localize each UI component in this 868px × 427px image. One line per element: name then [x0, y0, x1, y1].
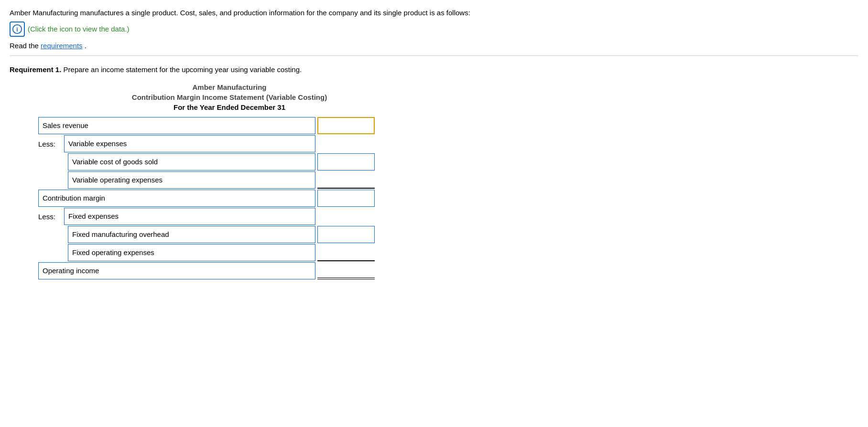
requirement-label: Requirement 1. — [10, 65, 61, 74]
less1-label: Less: — [38, 139, 64, 148]
fixed-mfg-label: Fixed manufacturing overhead — [68, 226, 315, 243]
variable-cogs-row: Variable cost of goods sold — [38, 153, 421, 171]
contribution-margin-amount-cell — [317, 190, 375, 207]
sales-revenue-label: Sales revenue — [38, 117, 315, 134]
icon-label-text[interactable]: (Click the icon to view the data.) — [28, 25, 130, 33]
fixed-operating-input[interactable] — [317, 244, 375, 261]
requirement-description: Prepare an income statement for the upco… — [64, 65, 302, 74]
fixed-mfg-input[interactable] — [317, 226, 375, 243]
fixed-operating-amount-cell — [317, 244, 375, 261]
intro-text: Amber Manufacturing manufactures a singl… — [10, 8, 858, 19]
variable-cogs-input[interactable] — [317, 153, 375, 171]
sales-revenue-amount-cell — [317, 117, 375, 134]
less2-label: Less: — [38, 212, 64, 221]
variable-operating-input[interactable] — [317, 171, 375, 189]
less2-row: Less: Fixed expenses — [38, 208, 421, 225]
fixed-expenses-label: Fixed expenses — [64, 208, 315, 225]
variable-expenses-label-cell: Variable expenses — [64, 135, 315, 152]
read-suffix: . — [85, 42, 87, 50]
variable-cogs-label: Variable cost of goods sold — [68, 153, 315, 171]
requirements-link[interactable]: requirements — [41, 42, 83, 50]
fixed-operating-row: Fixed operating expenses — [38, 244, 421, 261]
income-statement: Amber Manufacturing Contribution Margin … — [38, 83, 421, 279]
info-icon[interactable]: i — [10, 21, 25, 37]
section-divider — [10, 55, 858, 56]
requirement-heading: Requirement 1. Prepare an income stateme… — [10, 65, 858, 74]
contribution-margin-input[interactable] — [317, 190, 375, 207]
operating-income-amount-cell — [317, 262, 375, 279]
statement-title: Contribution Margin Income Statement (Va… — [38, 93, 421, 101]
icon-row: i (Click the icon to view the data.) — [10, 21, 858, 37]
read-prefix: Read the — [10, 42, 41, 50]
operating-income-label-cell: Operating income — [38, 262, 315, 279]
read-requirements-row: Read the requirements . — [10, 42, 858, 50]
operating-income-input[interactable] — [317, 262, 375, 279]
variable-expenses-label: Variable expenses — [64, 135, 315, 152]
operating-income-label: Operating income — [38, 262, 315, 279]
variable-cogs-label-cell: Variable cost of goods sold — [68, 153, 315, 171]
contribution-margin-row: Contribution margin — [38, 190, 421, 207]
variable-cogs-amount-cell — [317, 153, 375, 171]
sales-revenue-label-cell: Sales revenue — [38, 117, 315, 134]
variable-operating-label: Variable operating expenses — [68, 171, 315, 189]
variable-operating-row: Variable operating expenses — [38, 171, 421, 189]
variable-operating-amount-cell — [317, 171, 375, 189]
svg-text:i: i — [16, 26, 18, 32]
fixed-mfg-row: Fixed manufacturing overhead — [38, 226, 421, 243]
statement-company: Amber Manufacturing — [38, 83, 421, 91]
contribution-margin-label: Contribution margin — [38, 190, 315, 207]
fixed-operating-label: Fixed operating expenses — [68, 244, 315, 261]
operating-income-row: Operating income — [38, 262, 421, 279]
less1-row: Less: Variable expenses — [38, 135, 421, 152]
fixed-mfg-amount-cell — [317, 226, 375, 243]
fixed-expenses-label-cell: Fixed expenses — [64, 208, 315, 225]
sales-revenue-input[interactable] — [317, 117, 375, 134]
statement-period: For the Year Ended December 31 — [38, 103, 421, 111]
sales-revenue-row: Sales revenue — [38, 117, 421, 134]
contribution-margin-label-cell: Contribution margin — [38, 190, 315, 207]
